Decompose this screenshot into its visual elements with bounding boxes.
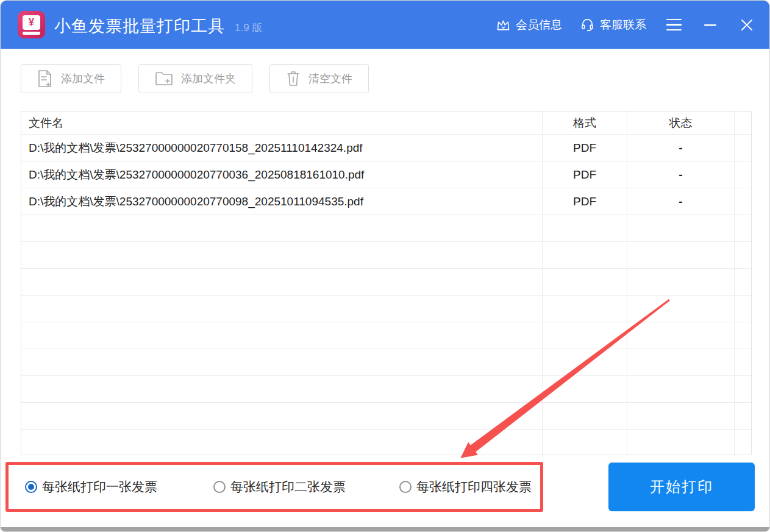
app-window: ¥ 小鱼发票批量打印工具 1.9 版 会员信息 — [0, 0, 770, 532]
table-row[interactable]: D:\我的文档\发票\25327000000020770036_20250818… — [21, 161, 751, 188]
trash-icon — [286, 70, 301, 87]
crown-icon — [496, 19, 510, 31]
table-row-empty — [21, 322, 751, 349]
table-row[interactable]: D:\我的文档\发票\25327000000020770158_20251110… — [21, 134, 751, 161]
file-status: - — [627, 161, 734, 188]
app-logo-icon: ¥ — [18, 11, 45, 38]
menu-button[interactable] — [665, 16, 683, 34]
col-header-status: 状态 — [627, 112, 734, 134]
close-button[interactable] — [738, 16, 756, 34]
file-path: D:\我的文档\发票\25327000000020770036_20250818… — [21, 161, 542, 188]
table-row-empty — [21, 402, 751, 429]
add-folder-label: 添加文件夹 — [181, 71, 236, 86]
file-path: D:\我的文档\发票\25327000000020770158_20251110… — [21, 135, 542, 161]
radio-option-one-per-page[interactable]: 每张纸打印一张发票 — [25, 478, 157, 495]
table-header-row: 文件名 格式 状态 — [21, 112, 751, 134]
clear-files-button[interactable]: 清空文件 — [269, 64, 369, 93]
file-format: PDF — [542, 135, 627, 161]
add-folder-button[interactable]: 添加文件夹 — [138, 64, 252, 93]
app-title: 小鱼发票批量打印工具 — [54, 15, 225, 37]
col-header-format: 格式 — [542, 112, 627, 134]
add-file-icon — [37, 69, 53, 88]
radio-label: 每张纸打印一张发票 — [42, 478, 157, 495]
add-folder-icon — [155, 71, 173, 87]
file-status: - — [627, 135, 734, 161]
radio-option-two-per-page[interactable]: 每张纸打印二张发票 — [213, 478, 346, 495]
file-path: D:\我的文档\发票\25327000000020770098_20251011… — [21, 188, 542, 215]
titlebar: ¥ 小鱼发票批量打印工具 1.9 版 会员信息 — [1, 1, 769, 49]
headset-icon — [580, 18, 594, 32]
radio-label: 每张纸打印二张发票 — [230, 478, 346, 495]
clear-files-label: 清空文件 — [308, 71, 352, 86]
customer-support-label: 客服联系 — [600, 17, 646, 33]
table-row-empty — [21, 241, 751, 268]
toolbar: 添加文件 添加文件夹 清空文件 — [21, 64, 369, 93]
radio-option-four-per-page[interactable]: 每张纸打印四张发票 — [399, 478, 532, 495]
radio-icon[interactable] — [25, 481, 37, 493]
table-row-empty — [21, 349, 751, 375]
file-status: - — [627, 188, 734, 215]
member-info-label: 会员信息 — [516, 17, 562, 33]
table-row-empty — [21, 268, 751, 295]
radio-label: 每张纸打印四张发票 — [416, 478, 532, 495]
table-row-empty — [21, 295, 751, 322]
table-row-empty — [21, 429, 751, 456]
file-format: PDF — [542, 188, 627, 215]
table-row-empty — [21, 375, 751, 402]
radio-icon[interactable] — [213, 481, 226, 493]
member-info-button[interactable]: 会员信息 — [496, 17, 562, 33]
file-format: PDF — [542, 161, 627, 188]
table-row[interactable]: D:\我的文档\发票\25327000000020770098_20251011… — [21, 188, 751, 215]
radio-icon[interactable] — [399, 481, 412, 493]
col-header-filename: 文件名 — [21, 112, 542, 134]
file-table: 文件名 格式 状态 D:\我的文档\发票\2532700000002077015… — [21, 111, 752, 455]
minimize-button[interactable] — [701, 16, 719, 34]
window-edge — [1, 527, 769, 531]
app-version: 1.9 版 — [235, 21, 262, 35]
add-file-label: 添加文件 — [61, 71, 105, 86]
layout-options-group: 每张纸打印一张发票 每张纸打印二张发票 每张纸打印四张发票 — [5, 462, 543, 512]
yen-invoice-icon: ¥ — [23, 15, 40, 30]
customer-support-button[interactable]: 客服联系 — [580, 17, 646, 33]
table-row-empty — [21, 215, 751, 241]
add-file-button[interactable]: 添加文件 — [21, 64, 121, 93]
start-print-button[interactable]: 开始打印 — [608, 463, 755, 511]
